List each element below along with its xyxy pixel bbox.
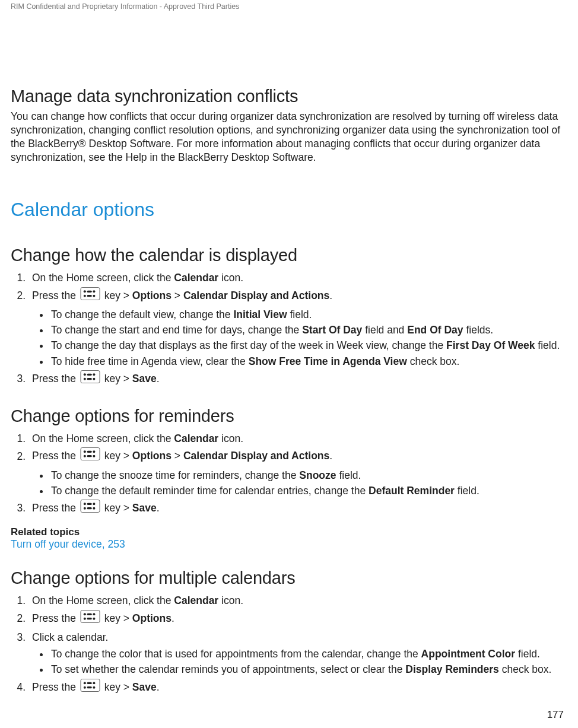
text: check box.	[499, 663, 552, 675]
text: key >	[101, 373, 132, 384]
text: To change the start and end time for day…	[51, 324, 302, 336]
sub-bullets: To change the default view, change the I…	[32, 307, 567, 369]
related-topics-heading: Related topics	[11, 526, 567, 538]
text: check box.	[407, 355, 460, 367]
bullet: To change the default view, change the I…	[50, 307, 567, 322]
text: Click a calendar.	[32, 631, 108, 643]
heading-manage-conflicts: Manage data synchronization conflicts	[11, 87, 567, 106]
text-bold: Default Reminder	[369, 485, 455, 497]
text-bold: Snooze	[299, 469, 336, 481]
text: On the Home screen, click the	[32, 272, 174, 284]
heading-calendar-options: Calendar options	[11, 199, 567, 221]
text: field.	[455, 485, 479, 497]
text: field.	[515, 648, 540, 660]
bullet: To change the start and end time for day…	[50, 322, 567, 338]
text-bold: Options	[132, 612, 172, 624]
menu-key-icon	[80, 370, 100, 387]
step: Press the key > Save.	[28, 370, 567, 389]
text: field.	[535, 339, 560, 351]
text: >	[172, 450, 183, 462]
text: To change the day that displays as the f…	[51, 339, 446, 351]
step: Press the key > Options > Calendar Displ…	[28, 287, 567, 369]
text-bold: Initial View	[233, 309, 287, 320]
sub-bullets: To change the color that is used for app…	[32, 646, 567, 678]
bullet: To change the color that is used for app…	[50, 646, 567, 662]
text: To set whether the calendar reminds you …	[51, 663, 405, 675]
text-bold: Show Free Time in Agenda View	[249, 355, 407, 367]
text: .	[172, 612, 174, 624]
text-bold: Calendar	[174, 272, 218, 284]
step: Press the key > Options > Calendar Displ…	[28, 447, 567, 498]
text-bold: First Day Of Week	[446, 339, 535, 351]
page-number: 177	[547, 709, 564, 721]
text-bold: Calendar Display and Actions	[183, 450, 329, 462]
text: key >	[101, 612, 132, 624]
text-bold: Options	[132, 450, 172, 462]
steps-change-reminders: On the Home screen, click the Calendar i…	[11, 431, 567, 518]
related-link-turn-off-device[interactable]: Turn off your device, 253	[11, 538, 567, 551]
steps-change-display: On the Home screen, click the Calendar i…	[11, 270, 567, 389]
text-bold: Display Reminders	[405, 663, 499, 675]
text: icon.	[218, 595, 243, 606]
text-bold: End Of Day	[407, 324, 463, 336]
steps-multiple-calendars: On the Home screen, click the Calendar i…	[11, 593, 567, 697]
step: Press the key > Save.	[28, 679, 567, 697]
text-bold: Options	[132, 290, 172, 301]
text: .	[329, 290, 332, 301]
text: On the Home screen, click the	[32, 433, 174, 444]
text-bold: Appointment Color	[421, 648, 515, 660]
text-bold: Save	[132, 681, 157, 693]
menu-key-icon	[80, 447, 100, 465]
heading-change-reminders: Change options for reminders	[11, 406, 567, 426]
text: .	[157, 681, 160, 693]
text: To change the snooze time for reminders,…	[51, 469, 299, 481]
text-bold: Save	[132, 502, 157, 514]
text: To hide free time in Agenda view, clear …	[51, 355, 249, 367]
sub-bullets: To change the snooze time for reminders,…	[32, 468, 567, 499]
text: Press the	[32, 450, 79, 462]
heading-multiple-calendars: Change options for multiple calendars	[11, 568, 567, 588]
text: key >	[101, 290, 132, 301]
text-bold: Calendar	[174, 595, 218, 606]
text: key >	[101, 681, 132, 693]
step: On the Home screen, click the Calendar i…	[28, 431, 567, 446]
bullet: To change the default reminder time for …	[50, 483, 567, 498]
text: icon.	[218, 272, 243, 284]
text: Press the	[32, 373, 79, 384]
bullet: To change the snooze time for reminders,…	[50, 468, 567, 483]
heading-change-display: Change how the calendar is displayed	[11, 246, 567, 265]
text-bold: Calendar	[174, 433, 218, 444]
step: On the Home screen, click the Calendar i…	[28, 270, 567, 285]
menu-key-icon	[80, 287, 100, 304]
text: icon.	[218, 433, 243, 444]
text: On the Home screen, click the	[32, 595, 174, 606]
step: On the Home screen, click the Calendar i…	[28, 593, 567, 608]
confidential-header: RIM Confidential and Proprietary Informa…	[11, 0, 567, 11]
text: .	[157, 373, 160, 384]
text: field.	[287, 309, 312, 320]
text: field and	[362, 324, 407, 336]
step: Click a calendar. To change the color th…	[28, 630, 567, 678]
step: Press the key > Options.	[28, 610, 567, 628]
text: key >	[101, 502, 132, 514]
menu-key-icon	[80, 500, 100, 517]
text: Press the	[32, 290, 79, 301]
text-bold: Start Of Day	[302, 324, 362, 336]
text: To change the default reminder time for …	[51, 485, 369, 497]
text: key >	[101, 450, 132, 462]
step: Press the key > Save.	[28, 500, 567, 518]
text: fields.	[463, 324, 494, 336]
bullet: To change the day that displays as the f…	[50, 338, 567, 353]
text: To change the default view, change the	[51, 309, 233, 320]
bullet: To hide free time in Agenda view, clear …	[50, 354, 567, 369]
text: Press the	[32, 612, 79, 624]
bullet: To set whether the calendar reminds you …	[50, 662, 567, 677]
menu-key-icon	[80, 610, 100, 627]
menu-key-icon	[80, 679, 100, 696]
text: Press the	[32, 502, 79, 514]
text-bold: Calendar Display and Actions	[183, 290, 329, 301]
text: .	[157, 502, 160, 514]
text: >	[172, 290, 183, 301]
text: field.	[336, 469, 361, 481]
text-bold: Save	[132, 373, 157, 384]
